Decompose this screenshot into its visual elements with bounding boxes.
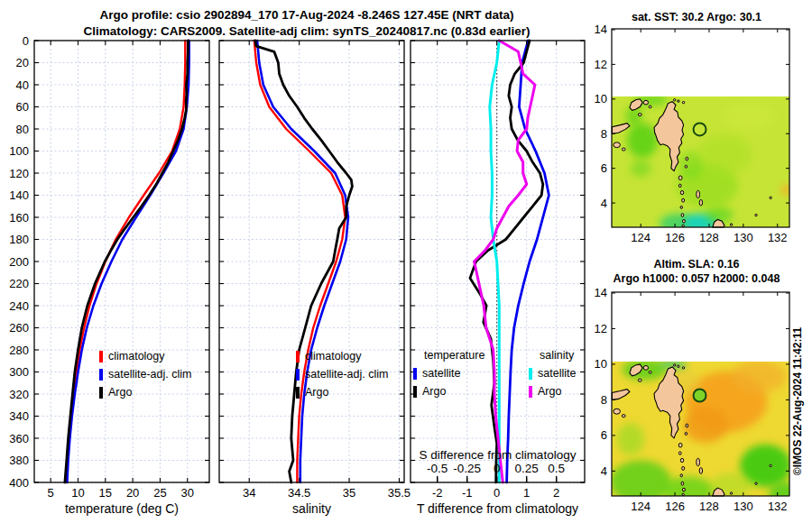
svg-text:30: 30 — [181, 486, 194, 500]
legend-item-argo: Argo — [529, 382, 576, 400]
salinity_profile-panel: 3434.53535.5 — [219, 41, 411, 500]
svg-text:35.5: 35.5 — [388, 486, 411, 500]
svg-text:128: 128 — [699, 231, 719, 244]
svg-text:360: 360 — [9, 432, 29, 445]
legend-item-argo: Argo — [99, 383, 191, 401]
svg-text:130: 130 — [734, 231, 753, 244]
difference_profile-panel: S difference from climatology-0.5-0.2500… — [411, 41, 585, 500]
figure-title-line2: Climatology: CARS2009. Satellite-adj cli… — [27, 24, 586, 38]
svg-text:180: 180 — [9, 233, 29, 246]
svg-text:14: 14 — [595, 23, 607, 36]
svg-text:100: 100 — [9, 144, 29, 158]
svg-text:320: 320 — [9, 388, 29, 401]
svg-text:2: 2 — [553, 486, 559, 500]
svg-text:10: 10 — [71, 486, 84, 500]
svg-text:34.5: 34.5 — [288, 486, 310, 500]
svg-text:128: 128 — [699, 500, 719, 513]
legend-item-satellite-adj-clim: satellite-adj. clim — [296, 365, 388, 383]
legend-item-climatology: climatology — [296, 347, 388, 365]
legend-item-climatology: climatology — [99, 347, 191, 365]
svg-text:4: 4 — [601, 197, 607, 210]
figure-title-line1: Argo profile: csio 2902894_170 17-Aug-20… — [27, 8, 586, 22]
t-difference-axis-label: T difference from climatology — [411, 501, 585, 516]
temperature_profile-panel: 5101520253002040608010012014016018020022… — [9, 34, 209, 500]
legend-label: climatology — [305, 347, 362, 365]
legend-header-temperature: temperature — [424, 346, 484, 364]
svg-text:60: 60 — [16, 100, 29, 114]
difference-legend-temperature: temperaturesatelliteArgo — [413, 346, 484, 400]
legend-line-swatch — [296, 351, 300, 362]
legend-line-swatch — [296, 387, 300, 399]
svg-text:260: 260 — [9, 321, 29, 335]
svg-text:120: 120 — [9, 167, 29, 180]
svg-text:4: 4 — [601, 464, 607, 478]
legend-label: satellite — [422, 364, 460, 382]
svg-text:-1: -1 — [462, 486, 473, 500]
svg-text:240: 240 — [9, 299, 29, 313]
svg-text:126: 126 — [665, 231, 685, 244]
sla_map: 124126128130132468101214 — [595, 286, 800, 513]
svg-text:1: 1 — [523, 486, 530, 500]
svg-text:0: 0 — [494, 486, 500, 500]
svg-text:12: 12 — [595, 322, 607, 335]
salinity-profile-climatology-line — [254, 41, 346, 482]
svg-text:0.5: 0.5 — [548, 462, 565, 475]
legend-line-swatch — [99, 387, 103, 399]
legend-label: Argo — [108, 383, 132, 401]
svg-text:-0.5: -0.5 — [427, 462, 448, 475]
svg-text:0: 0 — [494, 462, 501, 475]
argo-float-marker — [694, 389, 706, 401]
svg-text:160: 160 — [9, 211, 29, 225]
difference-legend-salinity: salinitysatelliteArgo — [529, 346, 576, 400]
svg-text:380: 380 — [9, 454, 29, 467]
legend-line-swatch — [529, 368, 532, 380]
svg-text:-2: -2 — [432, 486, 443, 500]
legend-item-satellite-adj-clim: satellite-adj. clim — [99, 365, 191, 383]
svg-text:280: 280 — [9, 344, 29, 357]
svg-text:140: 140 — [9, 188, 29, 202]
legend-label: Argo — [422, 382, 446, 400]
legend-item-argo: Argo — [296, 383, 388, 401]
legend-label: climatology — [108, 347, 165, 365]
argo-profile-figure: 5101520253002040608010012014016018020022… — [0, 0, 812, 523]
sla-map-title-line1: Altim. SLA: 0.16 — [586, 258, 807, 271]
sst_map: 124126128130132468101214 — [595, 23, 793, 244]
salinity-legend: climatologysatellite-adj. climArgo — [296, 347, 388, 401]
legend-line-swatch — [413, 386, 417, 398]
svg-text:6: 6 — [601, 161, 607, 175]
svg-text:-0.25: -0.25 — [453, 462, 481, 475]
svg-text:340: 340 — [9, 409, 29, 423]
legend-item-satellite: satellite — [529, 364, 576, 382]
svg-text:15: 15 — [99, 486, 112, 500]
svg-text:220: 220 — [9, 277, 29, 290]
legend-label: Argo — [305, 383, 328, 401]
legend-header-salinity: salinity — [540, 346, 576, 364]
svg-text:35: 35 — [343, 486, 355, 500]
legend-item-satellite: satellite — [413, 364, 484, 382]
svg-text:132: 132 — [768, 500, 788, 513]
svg-text:S difference from climatology: S difference from climatology — [420, 448, 577, 462]
svg-text:25: 25 — [153, 486, 166, 500]
svg-text:200: 200 — [9, 255, 29, 269]
svg-text:124: 124 — [631, 500, 651, 513]
svg-text:0.25: 0.25 — [515, 462, 539, 475]
legend-line-swatch — [529, 386, 532, 398]
svg-text:6: 6 — [601, 428, 607, 442]
temperature-legend: climatologysatellite-adj. climArgo — [99, 347, 191, 401]
legend-line-swatch — [99, 351, 103, 362]
sst-map-title: sat. SST: 30.2 Argo: 30.1 — [586, 11, 807, 23]
svg-text:8: 8 — [601, 393, 607, 407]
svg-text:12: 12 — [595, 58, 607, 71]
legend-label: satellite-adj. clim — [305, 365, 388, 383]
svg-text:5: 5 — [48, 486, 54, 500]
legend-item-argo: Argo — [413, 382, 484, 400]
imos-attribution: ©IMOS 22-Aug-2024 11:42:11 — [791, 327, 804, 475]
svg-text:300: 300 — [9, 365, 29, 379]
sla-map-title-line2: Argo h1000: 0.057 h2000: 0.048 — [586, 272, 807, 285]
svg-text:34: 34 — [243, 486, 255, 500]
svg-text:126: 126 — [665, 500, 685, 513]
svg-text:10: 10 — [595, 357, 607, 371]
svg-text:10: 10 — [595, 92, 607, 106]
svg-text:20: 20 — [16, 56, 29, 69]
svg-text:20: 20 — [126, 486, 139, 500]
